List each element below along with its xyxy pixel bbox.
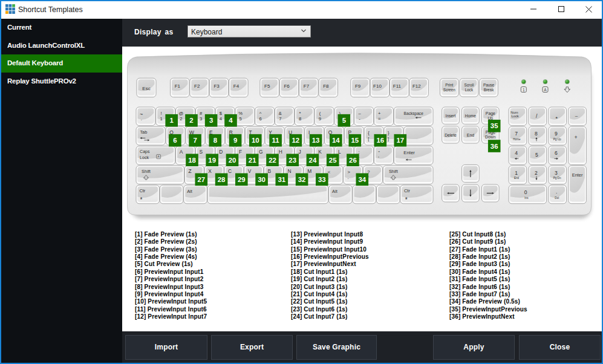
svg-text:F: F: [239, 149, 242, 155]
svg-text:Print: Print: [445, 83, 453, 87]
svg-text:Enter: Enter: [403, 150, 415, 155]
svg-text:A: A: [544, 88, 547, 92]
svg-text:1: 1: [523, 88, 525, 92]
svg-text:6: 6: [173, 137, 177, 144]
svg-text:Home: Home: [465, 114, 476, 118]
svg-text:G: G: [259, 149, 263, 155]
svg-text:2: 2: [180, 116, 182, 122]
svg-text:0: 0: [524, 189, 527, 195]
svg-text:F7: F7: [304, 83, 310, 89]
svg-text:Del: Del: [555, 197, 559, 200]
svg-text:36: 36: [491, 143, 498, 150]
svg-text:Z: Z: [188, 168, 191, 174]
svg-text:28: 28: [218, 176, 226, 183]
svg-text:F5: F5: [264, 83, 270, 89]
svg-text:3: 3: [209, 117, 213, 124]
svg-text:5: 5: [240, 116, 242, 122]
svg-text:6: 6: [555, 150, 558, 156]
svg-text:21: 21: [249, 157, 256, 164]
svg-text:1: 1: [170, 117, 174, 124]
svg-text:8: 8: [299, 116, 301, 122]
svg-text:]: ]: [388, 136, 389, 141]
svg-text:@: @: [178, 111, 183, 116]
svg-text:Shift: Shift: [142, 169, 151, 174]
svg-text:Screen: Screen: [443, 88, 456, 92]
svg-text:V: V: [248, 168, 252, 174]
svg-text:F1: F1: [175, 83, 181, 89]
svg-text:^: ^: [259, 111, 262, 116]
svg-text:.: .: [348, 175, 349, 180]
svg-text:=: =: [378, 116, 381, 122]
svg-text:5: 5: [342, 117, 347, 124]
svg-text:Down: Down: [485, 135, 496, 139]
svg-text:Home: Home: [513, 138, 521, 141]
svg-text:26: 26: [349, 157, 357, 164]
svg-text:25: 25: [329, 157, 337, 164]
svg-text:Page: Page: [486, 111, 495, 116]
svg-text:7: 7: [279, 116, 281, 122]
svg-text:4: 4: [229, 117, 233, 124]
svg-text:L: L: [338, 149, 341, 155]
svg-text:X: X: [208, 168, 212, 174]
svg-text:17: 17: [396, 137, 404, 144]
svg-text:J: J: [299, 149, 301, 155]
svg-text:C: C: [228, 168, 232, 174]
svg-text:Shift: Shift: [389, 169, 398, 174]
svg-text:D: D: [219, 149, 223, 155]
svg-text:9: 9: [319, 116, 321, 122]
svg-text:End: End: [467, 133, 474, 137]
svg-text:F11: F11: [393, 83, 402, 89]
svg-text:F12: F12: [412, 83, 421, 89]
svg-text:.: .: [141, 116, 142, 122]
svg-text:*: *: [299, 111, 301, 116]
svg-text:Tab: Tab: [140, 129, 147, 135]
svg-text:*: *: [140, 197, 143, 203]
svg-text:Num: Num: [510, 111, 518, 114]
svg-text:+: +: [575, 134, 578, 140]
svg-text:10: 10: [252, 137, 259, 144]
svg-text:Lock: Lock: [140, 155, 149, 160]
svg-text:34: 34: [358, 176, 366, 183]
svg-text:*: *: [555, 115, 558, 122]
svg-text:Caps: Caps: [140, 149, 150, 154]
svg-text:18: 18: [188, 157, 196, 164]
svg-text:6: 6: [259, 116, 261, 122]
svg-text:Backspace: Backspace: [404, 111, 424, 116]
svg-text:8: 8: [535, 131, 538, 137]
svg-text:15: 15: [351, 137, 359, 144]
svg-text:Ctr: Ctr: [404, 188, 410, 193]
svg-text:B: B: [268, 168, 272, 174]
svg-text:Pg Up: Pg Up: [553, 138, 561, 141]
svg-text:+: +: [378, 111, 381, 116]
svg-text:{: {: [368, 130, 370, 135]
svg-text:32: 32: [298, 176, 306, 183]
svg-text:27: 27: [197, 176, 205, 183]
svg-text:1: 1: [160, 116, 162, 122]
svg-text:11: 11: [272, 137, 280, 144]
svg-text:*: *: [405, 197, 408, 203]
svg-text:Ins: Ins: [524, 197, 529, 200]
svg-text:F6: F6: [284, 83, 290, 89]
svg-text:.: .: [556, 189, 557, 195]
svg-text:13: 13: [312, 137, 320, 144]
svg-text:&: &: [279, 111, 282, 116]
svg-text:Alt: Alt: [332, 189, 337, 194]
svg-text:A: A: [157, 155, 160, 158]
svg-text:Enter: Enter: [572, 172, 583, 178]
svg-text:Alt: Alt: [187, 189, 192, 194]
svg-text:2: 2: [189, 117, 193, 124]
svg-text:12: 12: [292, 137, 299, 144]
svg-text:19: 19: [208, 157, 216, 164]
svg-text:Lock: Lock: [511, 114, 518, 118]
svg-text:F10: F10: [373, 83, 382, 89]
svg-text:1: 1: [515, 170, 518, 176]
svg-text:20: 20: [229, 157, 236, 164]
svg-text:7: 7: [193, 137, 197, 144]
svg-text:F8: F8: [323, 83, 329, 89]
svg-text:Esc: Esc: [142, 86, 150, 91]
svg-text:A: A: [180, 149, 183, 155]
svg-text:Pause: Pause: [483, 83, 495, 87]
svg-text:30: 30: [258, 176, 266, 183]
svg-text:F9: F9: [355, 83, 361, 89]
svg-text:F2: F2: [194, 83, 200, 89]
